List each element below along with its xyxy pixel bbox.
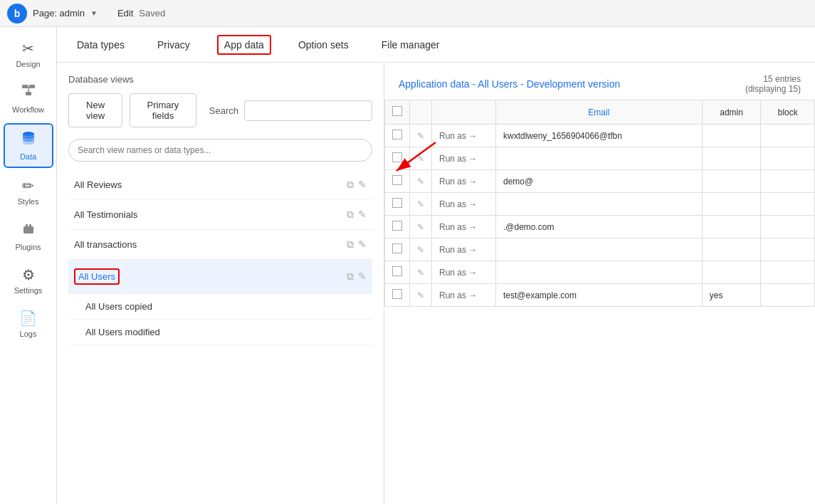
edit-icon[interactable]: ✎	[358, 238, 367, 251]
view-name: All Testimonials	[74, 209, 137, 220]
page-label: Page: admin	[33, 8, 85, 19]
row-edit[interactable]: ✎	[410, 238, 432, 261]
primary-fields-button[interactable]: Primary fields	[130, 93, 196, 127]
row-edit[interactable]: ✎	[410, 193, 432, 216]
list-item[interactable]: All Reviews ⧉ ✎	[68, 170, 372, 200]
row-email: demo@	[496, 170, 703, 193]
edit-icon[interactable]: ✎	[358, 209, 367, 221]
content-area: Database views New view Primary fields S…	[57, 63, 815, 504]
tab-app-data[interactable]: App data	[217, 35, 271, 55]
sidebar: ✂ Design Workflow	[0, 27, 57, 504]
row-admin	[702, 261, 761, 284]
sidebar-label-logs: Logs	[20, 330, 37, 338]
list-item[interactable]: All Users modified	[68, 320, 372, 345]
row-edit[interactable]: ✎	[410, 216, 432, 238]
sidebar-label-plugins: Plugins	[15, 243, 41, 251]
copy-icon[interactable]: ⧉	[347, 238, 354, 251]
sidebar-item-settings[interactable]: ⚙ Settings	[4, 261, 53, 300]
row-check[interactable]	[385, 261, 410, 284]
list-item[interactable]: All transactions ⧉ ✎	[68, 230, 372, 260]
row-admin	[702, 170, 761, 193]
row-check[interactable]	[385, 147, 410, 170]
row-edit[interactable]: ✎	[410, 170, 432, 193]
sidebar-item-workflow[interactable]: Workflow	[4, 78, 53, 120]
view-search-input[interactable]	[68, 139, 372, 162]
row-check[interactable]	[385, 216, 410, 238]
row-email	[496, 147, 703, 170]
copy-icon[interactable]: ⧉	[347, 271, 354, 283]
tab-file-manager[interactable]: File manager	[376, 36, 446, 53]
search-input[interactable]	[244, 100, 372, 121]
row-check[interactable]	[385, 284, 410, 307]
row-check[interactable]	[385, 193, 410, 216]
table-row: ✎ Run as → .@demo.com	[385, 216, 815, 238]
table-row: ✎ Run as → kwxtdlweny_1656904066@tfbn	[385, 125, 815, 147]
copy-icon[interactable]: ⧉	[347, 179, 354, 191]
saved-label: Saved	[139, 8, 165, 19]
row-admin	[702, 193, 761, 216]
section-title: Database views	[68, 74, 372, 85]
edit-icon[interactable]: ✎	[358, 179, 367, 191]
tab-data-types[interactable]: Data types	[71, 36, 130, 53]
tab-privacy[interactable]: Privacy	[152, 36, 196, 53]
row-block	[761, 193, 815, 216]
data-table-element: Email admin block ✎ Run as → kwxtdlweny_…	[384, 100, 815, 307]
sidebar-label-data: Data	[20, 152, 36, 161]
row-runas[interactable]: Run as →	[432, 193, 496, 216]
row-edit[interactable]: ✎	[410, 284, 432, 307]
sub-view-name: All Users copied	[85, 301, 152, 312]
list-item[interactable]: All Testimonials ⧉ ✎	[68, 200, 372, 230]
row-edit[interactable]: ✎	[410, 147, 432, 170]
row-runas[interactable]: Run as →	[432, 261, 496, 284]
list-item-selected[interactable]: All Users ⧉ ✎	[68, 260, 372, 294]
sidebar-item-plugins[interactable]: Plugins	[4, 215, 53, 257]
row-edit[interactable]: ✎	[410, 261, 432, 284]
row-check[interactable]	[385, 125, 410, 147]
row-runas[interactable]: Run as →	[432, 125, 496, 147]
select-all-checkbox[interactable]	[392, 106, 402, 116]
row-admin	[702, 125, 761, 147]
table-row: ✎ Run as → test@example.com yes	[385, 284, 815, 307]
design-icon: ✂	[22, 40, 34, 57]
svg-rect-1	[29, 85, 35, 88]
view-list: All Reviews ⧉ ✎ All Testimonials ⧉ ✎	[68, 170, 372, 345]
new-view-button[interactable]: New view	[68, 93, 122, 127]
row-admin: yes	[702, 284, 761, 307]
row-block	[761, 216, 815, 238]
row-email: .@demo.com	[496, 216, 703, 238]
col-block: block	[761, 100, 815, 125]
tab-option-sets[interactable]: Option sets	[293, 36, 354, 53]
copy-icon[interactable]: ⧉	[347, 209, 354, 221]
row-email	[496, 238, 703, 261]
logo: b	[7, 4, 27, 23]
col-runas	[432, 100, 496, 125]
entries-displaying: (displaying 15)	[745, 84, 801, 94]
row-runas[interactable]: Run as →	[432, 216, 496, 238]
edit-icon[interactable]: ✎	[358, 271, 367, 283]
toolbar: New view Primary fields Search	[68, 93, 372, 127]
row-admin	[702, 147, 761, 170]
sidebar-item-styles[interactable]: ✏ Styles	[4, 172, 53, 211]
row-edit[interactable]: ✎	[410, 125, 432, 147]
row-check[interactable]	[385, 170, 410, 193]
list-item[interactable]: All Users copied	[68, 294, 372, 320]
row-check[interactable]	[385, 238, 410, 261]
table-row: ✎ Run as →	[385, 193, 815, 216]
sidebar-item-logs[interactable]: 📄 Logs	[4, 304, 53, 344]
row-email: kwxtdlweny_1656904066@tfbn	[496, 125, 703, 147]
sidebar-label-styles: Styles	[18, 197, 39, 206]
row-block	[761, 238, 815, 261]
row-admin	[702, 238, 761, 261]
table-row: ✎ Run as → demo@	[385, 170, 815, 193]
row-runas[interactable]: Run as →	[432, 170, 496, 193]
svg-rect-8	[26, 224, 28, 227]
view-name-selected: All Users	[74, 268, 120, 285]
sidebar-item-data[interactable]: Data	[4, 123, 53, 168]
entries-info: 15 entries (displaying 15)	[745, 74, 801, 94]
svg-rect-9	[29, 224, 31, 227]
row-runas[interactable]: Run as →	[432, 147, 496, 170]
row-runas[interactable]: Run as →	[432, 238, 496, 261]
sidebar-item-design[interactable]: ✂ Design	[4, 34, 53, 74]
row-runas[interactable]: Run as →	[432, 284, 496, 307]
table-row: ✎ Run as →	[385, 147, 815, 170]
